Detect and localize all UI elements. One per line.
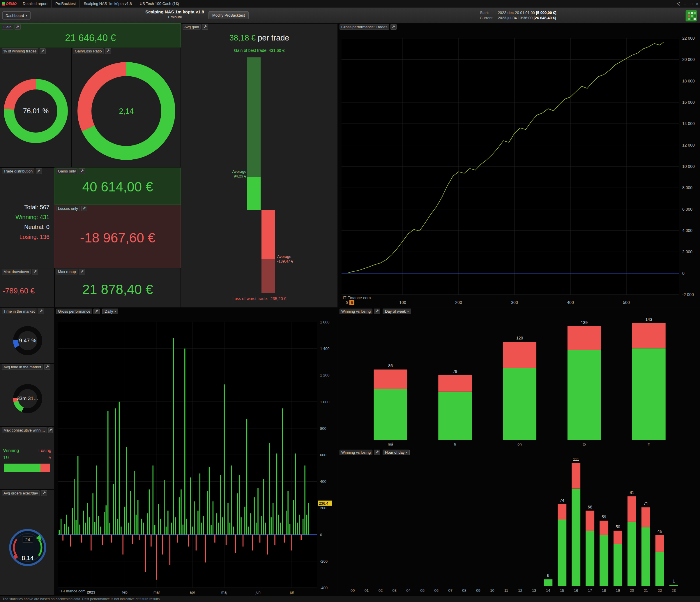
svg-text:22: 22 [658, 588, 662, 593]
window-controls: – □ × [676, 0, 698, 7]
consecutive-winning-value: 19 [3, 455, 9, 461]
hour-of-day-canvas[interactable]: 0001020304050607080910111213614741511116… [338, 455, 700, 596]
tab-probacktest[interactable]: ProBacktest [52, 0, 80, 7]
time-in-market-gauge: 9,47 % [13, 326, 42, 355]
avg-orders-gauge: 24 8,14 [7, 527, 49, 569]
svg-text:12: 12 [518, 588, 522, 593]
gain-value: 21 646,40 € [0, 32, 180, 43]
gain-title: Gain [2, 24, 13, 30]
settings-wrench-icon[interactable] [38, 309, 44, 314]
settings-wrench-icon[interactable] [81, 206, 88, 211]
hour-of-day-dropdown[interactable]: Hour of day▾ [383, 450, 410, 455]
svg-text:05: 05 [421, 588, 425, 593]
settings-wrench-icon[interactable] [32, 269, 38, 274]
daily-performance-canvas[interactable]: -400-20002004006008001 0001 2001 4001 60… [55, 314, 338, 596]
equity-chart-panel: Gross performance: Trades -2 00002 0004 … [338, 23, 700, 308]
svg-text:14 000: 14 000 [682, 121, 695, 126]
avg-gain-panel: Avg gain 38,18 € per trade Gain of best … [181, 23, 338, 308]
settings-wrench-icon[interactable] [94, 309, 100, 314]
avg-orders-value: 8,14 [7, 554, 49, 561]
avg-orders-title: Avg orders exec/day [2, 490, 40, 496]
dashboard-button[interactable]: Dashboard ▾ [2, 11, 30, 20]
trade-distribution-title: Trade distribution [2, 168, 34, 174]
svg-text:81: 81 [629, 490, 634, 495]
neutral-trades: Neutral: 0 [0, 222, 50, 232]
start-label: Start: [480, 10, 497, 16]
best-trade-label: Gain of best trade: 431,60 € [181, 48, 338, 53]
settings-wrench-icon[interactable] [374, 450, 380, 455]
total-trades: Total: 567 [0, 202, 50, 212]
gains-only-value: 40 614,00 € [55, 179, 180, 195]
chevron-down-icon: ▾ [406, 450, 407, 455]
settings-wrench-icon[interactable] [15, 24, 21, 30]
svg-text:8 000: 8 000 [682, 185, 693, 190]
settings-wrench-icon[interactable] [391, 24, 397, 30]
tab-strategy[interactable]: Scalping NAS 1m köpta v1.8 [80, 0, 136, 7]
day-of-week-dropdown[interactable]: Day of week▾ [383, 309, 411, 314]
svg-text:1 000: 1 000 [320, 400, 330, 404]
settings-wrench-icon[interactable] [36, 168, 42, 174]
settings-wrench-icon[interactable] [374, 309, 380, 314]
settings-wrench-icon[interactable] [41, 490, 47, 496]
avg-time-in-market-panel: Avg time in the market 33m 31… [0, 363, 54, 427]
period-dropdown[interactable]: Daily▾ [102, 309, 118, 314]
equity-chart-canvas[interactable]: -2 00002 0004 0006 0008 00010 00012 0001… [338, 30, 700, 308]
time-in-market-title: Time in the market [2, 309, 36, 314]
svg-text:50: 50 [616, 525, 620, 529]
candle-logo-icon [2, 2, 5, 5]
svg-text:400: 400 [320, 479, 326, 484]
worst-trade-range-bar [261, 259, 275, 293]
svg-text:11: 11 [504, 588, 508, 593]
svg-text:07: 07 [448, 588, 452, 593]
winning-percent-panel: % of winning trades 76,01 % [0, 48, 71, 168]
svg-text:04: 04 [406, 588, 410, 593]
modify-probacktest-button[interactable]: Modify ProBacktest [208, 11, 249, 19]
svg-text:01: 01 [365, 588, 369, 593]
svg-text:18: 18 [602, 588, 606, 593]
svg-text:1 200: 1 200 [320, 373, 330, 377]
svg-text:19: 19 [616, 588, 620, 593]
svg-text:jun: jun [255, 590, 260, 595]
avg-time-in-market-title: Avg time in the market [2, 364, 43, 370]
svg-text:fr: fr [648, 442, 650, 447]
maximize-icon[interactable]: □ [690, 2, 693, 6]
daily-performance-panel: Gross performance Daily▾ -400-2000200400… [54, 308, 338, 596]
tab-detailed-report[interactable]: Detailed report [19, 0, 52, 7]
workspace-icon[interactable] [685, 10, 697, 22]
consecutive-losing-label: Losing [39, 448, 51, 453]
equity-chart-title: Gross performance: Trades [340, 24, 389, 30]
settings-wrench-icon[interactable] [105, 48, 111, 54]
svg-text:00: 00 [351, 588, 355, 593]
start-time: 2022-dec-20 01:01:00 [498, 10, 535, 15]
settings-wrench-icon[interactable] [79, 168, 85, 174]
max-runup-value: 21 878,40 € [55, 282, 180, 297]
svg-text:46: 46 [657, 529, 662, 533]
consecutive-losing-value: 5 [49, 455, 51, 461]
share-icon[interactable] [676, 2, 680, 6]
demo-logo: DEMO [0, 2, 19, 6]
settings-wrench-icon[interactable] [202, 24, 208, 30]
svg-text:-400: -400 [320, 586, 328, 590]
day-of-week-canvas[interactable]: 86må79ti120on139to143fr [338, 314, 700, 449]
close-icon[interactable]: × [696, 2, 698, 6]
svg-text:feb: feb [122, 590, 128, 595]
tab-instrument[interactable]: US Tech 100 Cash (1€) [136, 0, 183, 7]
svg-text:13: 13 [532, 588, 536, 593]
max-runup-panel: Max runup 21 878,40 € [54, 268, 181, 308]
settings-wrench-icon[interactable] [44, 364, 50, 370]
svg-text:4 000: 4 000 [682, 228, 693, 233]
avg-gain-bar [247, 177, 260, 210]
avg-orders-panel: Avg orders exec/day 24 8,14 [0, 489, 54, 596]
svg-text:8: 8 [351, 300, 353, 305]
avg-gain-title: Avg gain [182, 24, 201, 30]
max-consecutive-panel: Max consecutive winni… Winning Losing 19… [0, 427, 54, 489]
settings-wrench-icon[interactable] [40, 48, 46, 54]
svg-text:IT-Finance.com: IT-Finance.com [343, 295, 371, 300]
svg-text:16 000: 16 000 [682, 100, 695, 104]
minimize-icon[interactable]: – [684, 2, 686, 6]
settings-wrench-icon[interactable] [48, 428, 53, 433]
backtest-start: Start: 2022-dec-20 01:01:00 [5 000,00 €] [480, 10, 556, 16]
svg-text:6: 6 [547, 573, 549, 578]
disclaimer-text: The statistics above are based on backte… [2, 597, 161, 601]
settings-wrench-icon[interactable] [79, 269, 85, 274]
